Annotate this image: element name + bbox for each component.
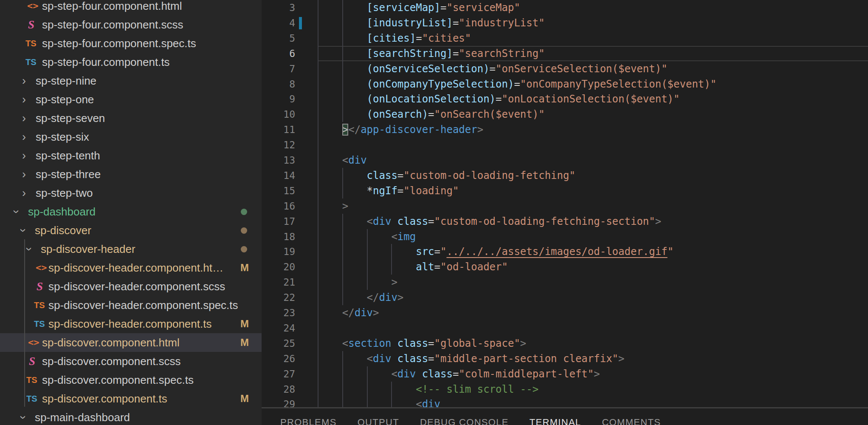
html-file-icon: <> <box>36 258 47 277</box>
code-line-18[interactable]: 18 <img <box>262 229 868 244</box>
sidebar-folder-sp-main-dashboard[interactable]: ›sp-main-dashboard <box>0 408 262 425</box>
code-text: [searchString]="searchString" <box>318 46 545 61</box>
line-number[interactable]: 11 <box>262 122 295 137</box>
scss-file-icon: S <box>29 352 35 371</box>
file-label: sp-step-seven <box>36 109 105 128</box>
typescript-file-icon: TS <box>25 53 37 71</box>
line-number[interactable]: 25 <box>262 336 295 351</box>
code-line-19[interactable]: 19 src="../../../assets/images/od-loader… <box>262 244 868 259</box>
sidebar-folder-sp-step-six[interactable]: ›sp-step-six <box>0 128 262 146</box>
sidebar-folder-sp-step-two[interactable]: ›sp-step-two <box>0 184 262 202</box>
code-line-17[interactable]: 17 <div class="custom-od-loading-fetchin… <box>262 214 868 229</box>
line-number[interactable]: 24 <box>262 320 295 336</box>
code-line-5[interactable]: 5 [cities]="cities" <box>262 31 868 46</box>
line-number[interactable]: 26 <box>262 351 295 366</box>
code-text: <section class="global-space"> <box>318 336 526 351</box>
line-number[interactable]: 12 <box>262 137 295 153</box>
line-number[interactable]: 3 <box>262 0 295 15</box>
sidebar-file-sp-discover-header-component-scss[interactable]: Ssp-discover-header.component.scss <box>0 277 262 296</box>
sidebar-folder-sp-discover[interactable]: ›sp-discover <box>0 221 262 240</box>
code-line-24[interactable]: 24 <box>262 320 868 336</box>
code-line-25[interactable]: 25 <section class="global-space"> <box>262 336 868 351</box>
line-number[interactable]: 16 <box>262 198 295 214</box>
line-number[interactable]: 19 <box>262 244 295 259</box>
code-line-26[interactable]: 26 <div class="middle-part-section clear… <box>262 351 868 366</box>
sidebar-folder-sp-step-nine[interactable]: ›sp-step-nine <box>0 71 262 90</box>
file-label: sp-step-four.component.ts <box>42 53 170 71</box>
line-number[interactable]: 20 <box>262 259 295 275</box>
sidebar-file-sp-discover-component-spec-ts[interactable]: TSsp-discover.component.spec.ts <box>0 371 262 389</box>
panel-tab-problems[interactable]: PROBLEMS <box>280 417 337 425</box>
sidebar-file-sp-step-four-component-html[interactable]: <>sp-step-four.component.html <box>0 0 262 15</box>
code-line-16[interactable]: 16 > <box>262 198 868 214</box>
code-line-29[interactable]: 29 <div <box>262 397 868 407</box>
file-label: sp-discover-header <box>41 240 135 258</box>
matched-bracket: > <box>342 124 348 136</box>
code-text: <div <box>318 153 367 168</box>
line-number[interactable]: 6 <box>262 46 295 61</box>
sidebar-folder-sp-step-one[interactable]: ›sp-step-one <box>0 90 262 109</box>
sidebar-file-sp-discover-component-html[interactable]: <>sp-discover.component.htmlM <box>0 333 262 352</box>
sidebar-folder-sp-step-seven[interactable]: ›sp-step-seven <box>0 109 262 128</box>
git-gutter-modified-indicator <box>299 17 302 29</box>
line-number[interactable]: 10 <box>262 107 295 122</box>
code-line-4[interactable]: 4 [industryList]="industryList" <box>262 15 868 31</box>
code-line-10[interactable]: 10 (onSearch)="onSearch($event)" <box>262 107 868 122</box>
html-file-icon: <> <box>28 333 39 352</box>
code-line-28[interactable]: 28 <!-- slim scroll --> <box>262 382 868 397</box>
code-line-21[interactable]: 21 > <box>262 275 868 290</box>
panel-tab-comments[interactable]: COMMENTS <box>602 417 661 425</box>
line-number[interactable]: 28 <box>262 382 295 397</box>
sidebar-folder-sp-step-three[interactable]: ›sp-step-three <box>0 165 262 184</box>
line-number[interactable]: 27 <box>262 366 295 382</box>
code-line-22[interactable]: 22 </div> <box>262 290 868 305</box>
panel-tab-terminal[interactable]: TERMINAL <box>530 417 581 425</box>
code-line-6[interactable]: 6 [searchString]="searchString" <box>262 46 868 61</box>
code-line-11[interactable]: 11 ></app-discover-header> <box>262 122 868 137</box>
sidebar-file-sp-step-four-component-ts[interactable]: TSsp-step-four.component.ts <box>0 53 262 71</box>
line-number[interactable]: 14 <box>262 168 295 183</box>
sidebar-folder-sp-dashboard[interactable]: ›sp-dashboard <box>0 202 262 221</box>
code-editor[interactable]: 3 [serviceMap]="serviceMap"4 [industryLi… <box>262 0 868 407</box>
panel-tab-output[interactable]: OUTPUT <box>358 417 399 425</box>
sidebar-file-sp-step-four-component-scss[interactable]: Ssp-step-four.component.scss <box>0 15 262 34</box>
sidebar-file-sp-discover-header-component-spec-ts[interactable]: TSsp-discover-header.component.spec.ts <box>0 296 262 314</box>
code-line-9[interactable]: 9 (onLocationSelection)="onLocationSelec… <box>262 91 868 107</box>
line-number[interactable]: 29 <box>262 397 295 407</box>
file-label: sp-discover-header.component.ts <box>48 314 211 333</box>
line-number[interactable]: 8 <box>262 76 295 92</box>
code-line-8[interactable]: 8 (onCompanyTypeSelection)="onCompanyTyp… <box>262 76 868 92</box>
line-number[interactable]: 5 <box>262 31 295 46</box>
code-line-27[interactable]: 27 <div class="colm-middlepart-left"> <box>262 366 868 382</box>
line-number[interactable]: 21 <box>262 275 295 290</box>
line-number[interactable]: 18 <box>262 229 295 244</box>
typescript-file-icon: TS <box>26 389 37 408</box>
line-number[interactable]: 13 <box>262 153 295 168</box>
line-number[interactable]: 4 <box>262 15 295 31</box>
code-line-20[interactable]: 20 alt="od-loader" <box>262 259 868 275</box>
line-number[interactable]: 23 <box>262 305 295 320</box>
sidebar-file-sp-discover-header-component-ht-[interactable]: <>sp-discover-header.component.ht…M <box>0 258 262 277</box>
chevron-right-icon: › <box>22 71 26 90</box>
line-number[interactable]: 9 <box>262 91 295 107</box>
line-number[interactable]: 7 <box>262 61 295 76</box>
line-number[interactable]: 17 <box>262 214 295 229</box>
code-line-14[interactable]: 14 class="custom-od-loading-fetching" <box>262 168 868 183</box>
git-modified-badge: M <box>240 333 249 352</box>
code-line-7[interactable]: 7 (onServiceSelection)="onServiceSelecti… <box>262 61 868 76</box>
line-number[interactable]: 22 <box>262 290 295 305</box>
code-line-12[interactable]: 12 <box>262 137 868 153</box>
sidebar-folder-sp-discover-header[interactable]: ›sp-discover-header <box>0 240 262 258</box>
code-line-13[interactable]: 13 <div <box>262 153 868 168</box>
sidebar-file-sp-discover-component-scss[interactable]: Ssp-discover.component.scss <box>0 352 262 371</box>
panel-tab-debug-console[interactable]: DEBUG CONSOLE <box>420 417 509 425</box>
line-number[interactable]: 15 <box>262 183 295 198</box>
code-line-15[interactable]: 15 *ngIf="loading" <box>262 183 868 198</box>
sidebar-file-sp-step-four-component-spec-ts[interactable]: TSsp-step-four.component.spec.ts <box>0 34 262 53</box>
sidebar-folder-sp-step-tenth[interactable]: ›sp-step-tenth <box>0 146 262 165</box>
sidebar-file-sp-discover-component-ts[interactable]: TSsp-discover.component.tsM <box>0 389 262 408</box>
sidebar-file-sp-discover-header-component-ts[interactable]: TSsp-discover-header.component.tsM <box>0 314 262 333</box>
code-line-3[interactable]: 3 [serviceMap]="serviceMap" <box>262 0 868 15</box>
code-line-23[interactable]: 23 </div> <box>262 305 868 320</box>
file-explorer: <>sp-step-four.component.htmlSsp-step-fo… <box>0 0 262 425</box>
